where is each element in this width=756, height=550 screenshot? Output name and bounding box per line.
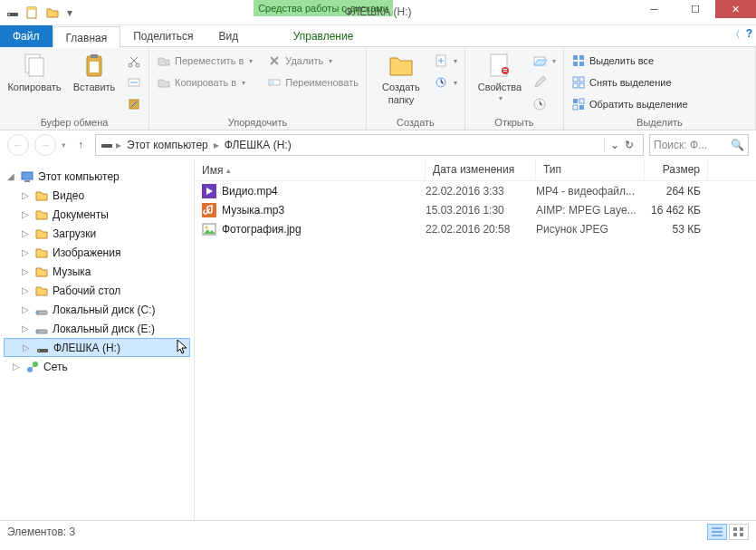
- file-date: 22.02.2016 20:58: [426, 223, 536, 236]
- expand-icon[interactable]: ▷: [21, 343, 32, 352]
- svg-rect-27: [573, 77, 578, 82]
- tree-item-label: Документы: [53, 208, 109, 221]
- tree-root[interactable]: ◢ Этот компьютер: [4, 167, 190, 186]
- svg-rect-8: [90, 62, 99, 72]
- expand-icon[interactable]: ▷: [20, 285, 31, 295]
- copy-to-button[interactable]: Копировать в▾: [157, 72, 253, 92]
- col-header-name[interactable]: Имя: [195, 159, 426, 180]
- view-details-button[interactable]: [707, 524, 727, 540]
- select-all-button[interactable]: Выделить все: [571, 51, 688, 71]
- edit-icon[interactable]: [532, 72, 556, 92]
- nav-dropdown-icon[interactable]: ⌄: [604, 139, 619, 151]
- file-list[interactable]: Имя Дата изменения Тип Размер Видио.mp42…: [195, 159, 756, 520]
- moveto-icon: [157, 53, 171, 68]
- file-row[interactable]: Видио.mp422.02.2016 3:33MP4 - видеофайл.…: [195, 181, 756, 200]
- expand-icon[interactable]: ▷: [20, 266, 31, 276]
- tree-item[interactable]: ▷Локальный диск (E:): [4, 319, 190, 338]
- copy-path-icon[interactable]: [127, 72, 141, 92]
- tree-item-label: Локальный диск (C:): [53, 304, 156, 316]
- network-icon: [25, 360, 40, 374]
- copy-button[interactable]: Копировать: [7, 51, 62, 92]
- minimize-button[interactable]: ─: [634, 0, 675, 18]
- col-header-size[interactable]: Размер: [645, 159, 708, 180]
- svg-rect-30: [579, 83, 584, 88]
- ribbon-collapse-icon[interactable]: 〈: [730, 27, 741, 43]
- new-folder-button[interactable]: Создать папку: [374, 51, 428, 105]
- tab-home[interactable]: Главная: [53, 26, 121, 48]
- file-row[interactable]: Музыка.mp315.03.2016 1:30AIMP: MPEG Laye…: [195, 200, 756, 219]
- file-icon: [202, 203, 216, 217]
- invert-selection-button[interactable]: Обратить выделение: [571, 94, 688, 114]
- tree-item[interactable]: ▷Видео: [4, 186, 190, 205]
- svg-rect-31: [573, 99, 578, 103]
- col-header-date[interactable]: Дата изменения: [426, 159, 536, 180]
- expand-icon[interactable]: ▷: [20, 247, 31, 257]
- nav-tree[interactable]: ◢ Этот компьютер ▷Видео▷Документы▷Загруз…: [0, 159, 195, 520]
- delete-icon: [267, 53, 282, 68]
- tree-item[interactable]: ▷Изображения: [4, 243, 190, 262]
- folder-icon: [34, 188, 49, 203]
- properties-icon: [485, 51, 514, 80]
- svg-rect-23: [573, 55, 578, 60]
- svg-rect-37: [24, 180, 30, 182]
- close-button[interactable]: ✕: [715, 0, 756, 18]
- tree-network[interactable]: ▷ Сеть: [4, 357, 190, 376]
- tab-file[interactable]: Файл: [0, 25, 53, 47]
- open-icon[interactable]: ▾: [532, 51, 556, 71]
- refresh-icon[interactable]: ↻: [619, 139, 639, 151]
- statusbar: Элементов: 3: [0, 520, 756, 542]
- nav-history-dropdown[interactable]: ▾: [62, 140, 66, 150]
- status-items-label: Элементов:: [7, 526, 66, 538]
- tab-manage[interactable]: Управление: [254, 25, 393, 47]
- tab-share[interactable]: Поделиться: [120, 25, 206, 47]
- maximize-button[interactable]: ☐: [675, 0, 715, 18]
- new-item-icon[interactable]: ▾: [434, 51, 457, 71]
- nav-up-button[interactable]: ↑: [72, 136, 90, 154]
- ribbon-group-label: Открыть: [473, 115, 556, 128]
- qat-properties-icon[interactable]: [25, 5, 40, 20]
- svg-rect-25: [573, 62, 578, 66]
- svg-rect-39: [37, 312, 39, 314]
- select-none-button[interactable]: Снять выделение: [571, 72, 688, 92]
- paste-shortcut-icon[interactable]: [127, 94, 141, 114]
- address-bar[interactable]: ▸ Этот компьютер ▸ ФЛЕШКА (H:) ⌄ ↻: [95, 134, 644, 156]
- tree-item[interactable]: ▷ФЛЕШКА (H:): [4, 338, 190, 357]
- move-to-button[interactable]: Переместить в▾: [157, 51, 253, 71]
- expand-icon[interactable]: ▷: [20, 304, 31, 314]
- qat-dropdown-icon[interactable]: ▾: [65, 5, 74, 20]
- tree-item[interactable]: ▷Локальный диск (C:): [4, 300, 190, 319]
- svg-rect-53: [733, 533, 737, 536]
- expand-icon[interactable]: ▷: [20, 323, 31, 333]
- file-size: 264 КБ: [645, 185, 708, 198]
- tree-item[interactable]: ▷Загрузки: [4, 224, 190, 243]
- rename-button[interactable]: Переименовать: [267, 72, 359, 92]
- tree-item[interactable]: ▷Рабочий стол: [4, 281, 190, 300]
- expand-icon[interactable]: ▷: [20, 228, 31, 238]
- search-input[interactable]: Поиск: Ф... 🔍: [649, 134, 749, 156]
- tree-item[interactable]: ▷Музыка: [4, 262, 190, 281]
- tree-item[interactable]: ▷Документы: [4, 205, 190, 224]
- svg-rect-52: [740, 527, 743, 531]
- breadcrumb-root[interactable]: Этот компьютер: [123, 139, 212, 151]
- delete-button[interactable]: Удалить▾: [267, 51, 359, 71]
- history-icon[interactable]: [532, 94, 556, 114]
- file-row[interactable]: Фотография.jpg22.02.2016 20:58Рисунок JP…: [195, 219, 756, 238]
- folder-icon: [34, 284, 49, 298]
- col-header-type[interactable]: Тип: [536, 159, 645, 180]
- tab-view[interactable]: Вид: [206, 25, 251, 47]
- qat-newfolder-icon[interactable]: [45, 5, 60, 20]
- properties-button[interactable]: Свойства ▾: [473, 51, 527, 102]
- file-size: 16 462 КБ: [645, 204, 708, 217]
- view-icons-button[interactable]: [729, 524, 749, 540]
- help-icon[interactable]: ?: [746, 27, 752, 43]
- nav-forward-button[interactable]: →: [34, 134, 56, 156]
- nav-back-button[interactable]: ←: [7, 134, 29, 156]
- expand-icon[interactable]: ▷: [20, 209, 31, 219]
- expand-icon[interactable]: ▷: [20, 190, 31, 200]
- file-icon: [202, 184, 216, 198]
- cut-icon[interactable]: [127, 51, 141, 71]
- navbar: ← → ▾ ↑ ▸ Этот компьютер ▸ ФЛЕШКА (H:) ⌄…: [0, 130, 756, 159]
- breadcrumb-current[interactable]: ФЛЕШКА (H:): [221, 139, 295, 151]
- easy-access-icon[interactable]: ▾: [434, 72, 457, 92]
- paste-button[interactable]: Вставить: [67, 51, 121, 92]
